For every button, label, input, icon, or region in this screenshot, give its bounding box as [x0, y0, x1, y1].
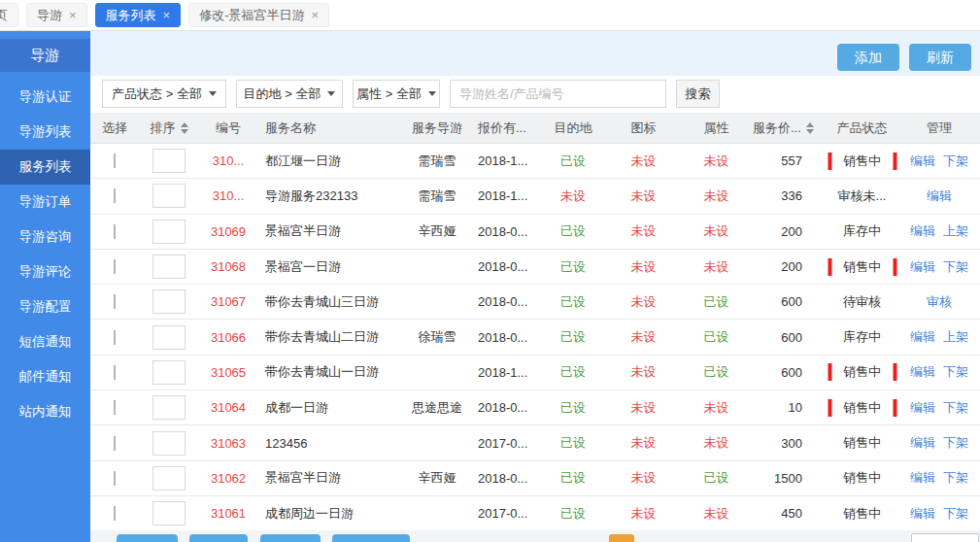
service-id: 31066	[211, 330, 246, 345]
review-link[interactable]: 审核	[927, 294, 952, 309]
row-checkbox[interactable]	[114, 153, 116, 168]
service-name: 成都周边一日游	[265, 506, 354, 521]
edit-link[interactable]: 编辑	[910, 506, 935, 521]
edit-link[interactable]: 编辑	[910, 329, 935, 344]
column-header-label: 产品状态	[837, 120, 888, 135]
sidebar-item-7[interactable]: 短信通知	[0, 324, 90, 359]
bulk-action-button-2[interactable]	[189, 534, 248, 542]
table-row: 31062景福宫半日游辛西娅2018-0...已设未设已设1500销售中编辑下架	[90, 461, 980, 496]
refresh-button[interactable]: 刷新	[909, 44, 971, 71]
sidebar-item-8[interactable]: 邮件通知	[0, 359, 90, 394]
destination-flag-cell: 未设	[539, 187, 607, 205]
sort-order-input[interactable]	[152, 220, 186, 244]
edit-link[interactable]: 编辑	[910, 435, 935, 450]
service-id: 31061	[211, 506, 246, 521]
row-checkbox[interactable]	[114, 400, 116, 415]
put-on-shelf-link[interactable]: 上架	[943, 223, 968, 238]
destination-flag-cell: 已设	[539, 152, 607, 170]
take-down-link[interactable]: 下架	[943, 400, 968, 415]
id-cell: 310...	[199, 188, 257, 203]
sidebar-item-2[interactable]: 服务列表	[0, 150, 90, 185]
sort-icon[interactable]	[181, 122, 188, 134]
put-on-shelf-link[interactable]: 上架	[943, 329, 968, 344]
edit-link[interactable]: 编辑	[910, 400, 935, 415]
tab-0[interactable]: 页	[0, 3, 18, 27]
column-header-label: 服务价...	[753, 120, 801, 135]
destination-flag: 未设	[560, 188, 586, 203]
row-checkbox[interactable]	[114, 330, 116, 345]
sort-cell	[139, 501, 199, 525]
destination-dropdown[interactable]: 目的地 > 全部	[236, 80, 343, 108]
edit-link[interactable]: 编辑	[910, 259, 935, 274]
take-down-link[interactable]: 下架	[943, 506, 968, 521]
sort-order-input[interactable]	[152, 289, 186, 314]
sort-order-input[interactable]	[152, 254, 186, 279]
price-cell: 200	[753, 259, 826, 274]
tab-2[interactable]: 服务列表×	[95, 3, 182, 27]
sort-order-input[interactable]	[152, 360, 186, 385]
row-checkbox[interactable]	[114, 294, 116, 309]
row-checkbox[interactable]	[114, 436, 116, 451]
edit-link[interactable]: 编辑	[927, 188, 952, 203]
edit-link[interactable]: 编辑	[910, 470, 935, 485]
row-checkbox[interactable]	[114, 365, 116, 380]
sidebar-item-3[interactable]: 导游订单	[0, 185, 90, 220]
sidebar-item-9[interactable]: 站内通知	[0, 394, 90, 429]
sort-icon[interactable]	[806, 122, 814, 134]
sidebar-item-5[interactable]: 导游评论	[0, 254, 90, 289]
sort-order-input[interactable]	[152, 466, 186, 491]
bulk-action-button-3[interactable]	[260, 534, 321, 542]
id-cell: 31066	[199, 330, 257, 345]
tab-3[interactable]: 修改-景福宫半日游×	[188, 3, 329, 27]
row-checkbox[interactable]	[114, 471, 116, 486]
bulk-action-button-1[interactable]	[117, 534, 178, 542]
take-down-link[interactable]: 下架	[943, 470, 968, 485]
sort-order-input[interactable]	[152, 149, 186, 173]
bulk-action-button-4[interactable]	[332, 534, 410, 542]
attribute-flag-cell: 已设	[680, 293, 753, 311]
tab-close-icon[interactable]: ×	[312, 9, 320, 21]
pagination-current-page[interactable]	[609, 534, 634, 542]
column-header-label: 目的地	[555, 120, 592, 135]
product-status-dropdown[interactable]: 产品状态 > 全部	[102, 80, 226, 108]
sidebar-item-0[interactable]: 导游认证	[0, 80, 90, 115]
sidebar-item-6[interactable]: 导游配置	[0, 289, 90, 324]
page-jump-box[interactable]	[911, 533, 979, 542]
sort-order-input[interactable]	[152, 431, 186, 456]
row-checkbox[interactable]	[114, 188, 116, 203]
row-checkbox[interactable]	[114, 506, 116, 521]
select-cell	[90, 506, 139, 521]
id-cell: 310...	[199, 153, 257, 168]
tab-1[interactable]: 导游×	[26, 3, 87, 27]
sort-order-input[interactable]	[152, 395, 186, 420]
take-down-link[interactable]: 下架	[943, 153, 968, 168]
service-id: 31062	[211, 471, 246, 486]
take-down-link[interactable]: 下架	[943, 364, 968, 379]
tab-close-icon[interactable]: ×	[69, 9, 77, 21]
take-down-link[interactable]: 下架	[943, 435, 968, 450]
service-price: 336	[781, 188, 802, 203]
edit-link[interactable]: 编辑	[910, 364, 935, 379]
edit-link[interactable]: 编辑	[910, 153, 935, 168]
attribute-dropdown[interactable]: 属性 > 全部	[353, 80, 440, 108]
tab-close-icon[interactable]: ×	[163, 9, 171, 21]
sidebar-item-4[interactable]: 导游咨询	[0, 220, 90, 254]
service-name: 导游服务232133	[265, 188, 357, 203]
column-header-label: 报价有...	[478, 120, 526, 135]
attribute-flag-cell: 未设	[680, 187, 753, 205]
service-id: 31067	[211, 294, 246, 309]
search-button[interactable]: 搜索	[676, 80, 720, 108]
sort-order-input[interactable]	[152, 501, 186, 525]
row-checkbox[interactable]	[114, 259, 116, 274]
product-status: 待审核	[843, 294, 881, 309]
sidebar-item-1[interactable]: 导游列表	[0, 115, 90, 150]
row-checkbox[interactable]	[114, 224, 116, 239]
take-down-link[interactable]: 下架	[943, 259, 968, 274]
search-input[interactable]	[450, 80, 666, 108]
sort-order-input[interactable]	[152, 184, 186, 208]
product-status: 销售中	[843, 506, 881, 521]
edit-link[interactable]: 编辑	[910, 223, 935, 238]
add-button[interactable]: 添加	[837, 44, 899, 71]
sort-order-input[interactable]	[152, 325, 186, 350]
service-price: 557	[781, 153, 802, 168]
